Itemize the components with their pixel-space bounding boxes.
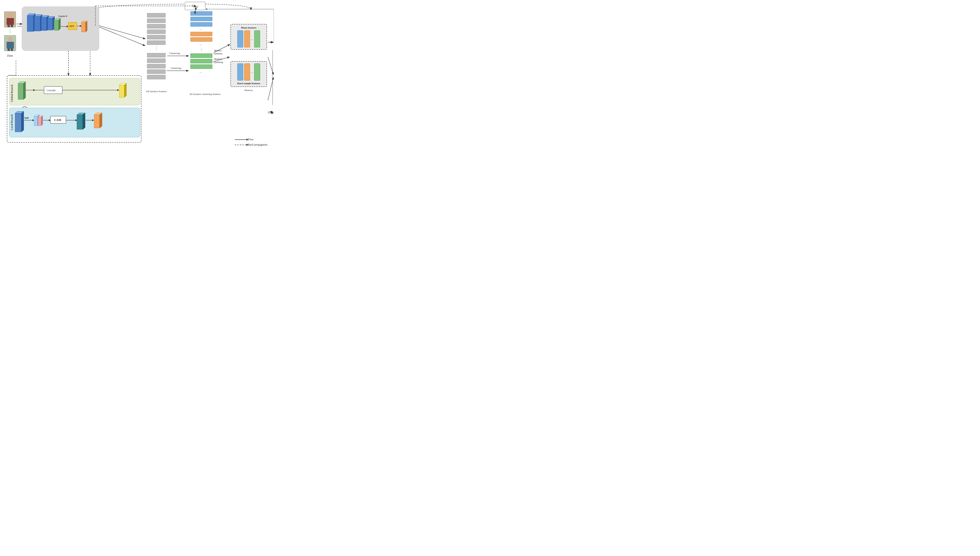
svg-marker-72 — [41, 116, 43, 126]
svg-marker-42 — [59, 18, 60, 30]
svg-rect-96 — [147, 75, 165, 79]
svg-text:AFF: AFF — [70, 25, 74, 27]
mem-bar-orange-2 — [244, 63, 250, 81]
hard-features-label: Hard sample features — [233, 82, 265, 85]
global-branch: Global Branch CASAM — [9, 78, 140, 105]
svg-rect-92 — [147, 53, 165, 57]
mem-bar-green-1 — [254, 30, 260, 47]
svg-rect-25 — [6, 42, 14, 48]
svg-marker-37 — [48, 18, 53, 30]
mem-bar-green-2 — [254, 63, 260, 81]
mem-bar-orange-1 — [244, 30, 250, 47]
svg-marker-34 — [41, 17, 47, 31]
data-label: Data — [7, 54, 13, 58]
global-branch-label: Global Branch — [10, 85, 14, 102]
l-total-box: Ltotal — [185, 2, 205, 10]
svg-marker-64 — [21, 112, 24, 132]
svg-line-2 — [96, 26, 145, 45]
dots-between-images: ⋮ — [8, 29, 12, 33]
all-instance-features-section: ⋮ All instance features — [146, 11, 167, 93]
local-branch: Local Branch Split — [9, 108, 140, 137]
instance-features-svg: ⋮ — [146, 11, 167, 89]
svg-text:CAM: CAM — [54, 118, 61, 121]
svg-marker-53 — [24, 82, 26, 99]
svg-marker-31 — [34, 16, 40, 31]
mem-dots-2: ... — [251, 70, 254, 74]
svg-marker-67 — [34, 116, 38, 126]
legend-backprop-row: Back propagation — [235, 143, 267, 147]
mean-features-bars: ... — [233, 30, 265, 47]
all-instance-features-label: All instance features — [146, 90, 167, 93]
svg-point-24 — [8, 37, 13, 41]
svg-text:...: ... — [199, 27, 202, 30]
svg-rect-107 — [191, 65, 212, 69]
svg-rect-85 — [147, 13, 165, 17]
local-branch-label: Local Branch — [10, 114, 14, 130]
svg-rect-101 — [191, 32, 212, 36]
svg-rect-90 — [147, 40, 165, 45]
svg-rect-99 — [191, 23, 212, 26]
svg-text:Layer-4: Layer-4 — [59, 15, 67, 17]
svg-rect-21 — [8, 25, 10, 27]
svg-marker-48 — [81, 23, 86, 32]
svg-marker-40 — [54, 20, 59, 30]
svg-rect-97 — [191, 11, 212, 16]
neural-network-svg: Layer-4 AFF — [25, 9, 95, 48]
clustering-text: Clustering — [169, 52, 180, 55]
memory-section: Mean features ... ... Hard sample featur… — [230, 24, 267, 92]
svg-point-19 — [8, 13, 13, 18]
svg-rect-20 — [6, 18, 14, 25]
svg-line-113 — [99, 26, 145, 39]
clustering-features-section: ... ... ⋮ ... All instance clustering fe… — [189, 9, 221, 95]
svg-text:...: ... — [199, 70, 202, 73]
svg-marker-59 — [119, 85, 125, 97]
legend-backprop-arrow — [235, 145, 246, 145]
legend-box: Flow Back propagation — [235, 138, 267, 147]
svg-rect-89 — [147, 35, 165, 39]
global-branch-svg: CASAM — [9, 78, 135, 105]
clustering-features-label: All instance clustering features — [189, 93, 221, 95]
svg-rect-93 — [147, 59, 165, 63]
mean-features-box: Mean features ... — [230, 24, 267, 50]
svg-rect-102 — [191, 37, 212, 42]
svg-marker-51 — [18, 84, 24, 99]
person-images: ⋮ Data — [4, 11, 16, 58]
hard-features-box: ... Hard sample features — [230, 61, 267, 87]
svg-text:⋮: ⋮ — [199, 47, 203, 51]
svg-rect-88 — [147, 30, 165, 34]
svg-text:Split: Split — [24, 116, 29, 119]
svg-rect-94 — [147, 64, 165, 68]
svg-rect-98 — [191, 17, 212, 21]
mean-features-label: Mean features — [233, 26, 265, 29]
svg-rect-105 — [191, 53, 212, 58]
svg-marker-50 — [86, 21, 87, 32]
person-image-2 — [4, 35, 16, 51]
svg-rect-86 — [147, 19, 165, 23]
svg-rect-95 — [147, 70, 165, 74]
legend-flow-arrow — [235, 139, 246, 140]
local-branch-svg: Split CAM Concat — [9, 108, 135, 136]
svg-marker-61 — [125, 83, 126, 97]
legend-flow-row: Flow — [235, 138, 267, 141]
legend-flow-label: Flow — [248, 138, 254, 141]
svg-text:⋮: ⋮ — [155, 46, 158, 50]
person-image-1 — [4, 11, 16, 27]
svg-line-123 — [268, 57, 273, 74]
svg-rect-26 — [8, 48, 10, 51]
svg-rect-27 — [11, 48, 13, 51]
svg-marker-80 — [83, 113, 85, 129]
clustering-features-svg: ... ... ⋮ ... — [189, 9, 213, 91]
svg-line-124 — [268, 78, 273, 100]
network-box: Layer-4 AFF — [22, 6, 99, 51]
svg-marker-28 — [27, 16, 34, 31]
svg-text:...: ... — [199, 42, 202, 46]
svg-marker-70 — [38, 117, 41, 126]
svg-marker-62 — [15, 113, 21, 132]
memory-label: Memory — [230, 89, 267, 92]
svg-marker-82 — [94, 115, 100, 128]
svg-marker-78 — [77, 115, 83, 129]
mem-dots-1: ... — [251, 37, 254, 41]
l-total-label: Ltotal — [192, 4, 198, 8]
legend-backprop-label: Back propagation — [248, 143, 267, 147]
svg-rect-87 — [147, 24, 165, 28]
